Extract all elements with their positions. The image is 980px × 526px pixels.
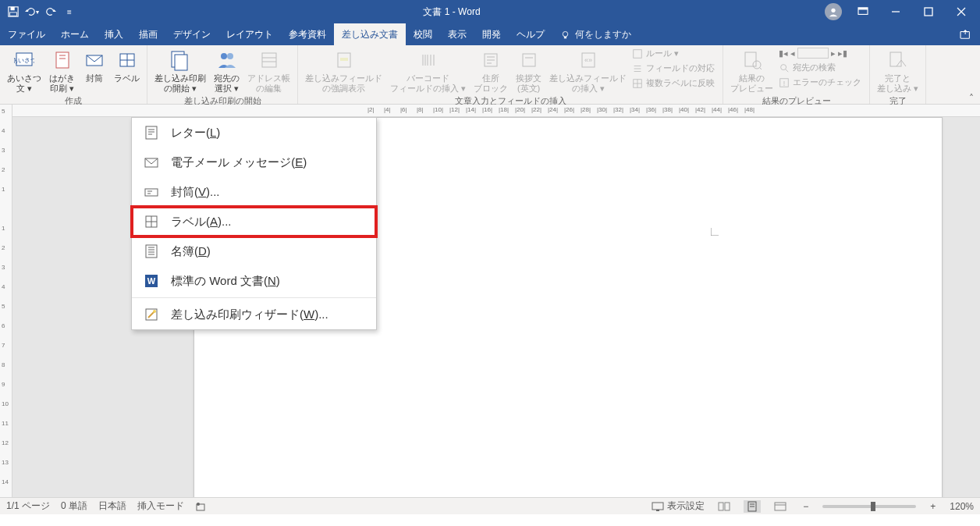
tab-help[interactable]: ヘルプ [509,23,552,45]
svg-rect-30 [340,58,348,61]
menu-item-email[interactable]: 電子メール メッセージ(E) [132,147,376,177]
display-settings-icon[interactable]: 表示設定 [652,499,705,513]
tab-review[interactable]: 校閲 [406,23,440,45]
zoom-level[interactable]: 120% [950,501,974,512]
macro-record-icon[interactable] [195,501,206,512]
menu-item-directory[interactable]: 名簿(D) [132,236,376,266]
preview-results-button: 結果のプレビュー [728,47,776,94]
account-button[interactable] [821,0,846,23]
tab-layout[interactable]: レイアウト [218,23,281,45]
status-language[interactable]: 日本語 [98,499,126,513]
hagaki-button[interactable]: はがき印刷 ▾ [47,47,77,94]
title-bar: ▾ ≡ 文書 1 - Word [0,0,980,23]
vertical-ruler: 543211234567891011121314 [0,105,12,497]
ribbon-display-options[interactable] [847,0,879,23]
svg-rect-44 [634,49,642,58]
zoom-in-button[interactable]: + [927,501,939,512]
svg-rect-2 [10,12,17,16]
barcode-field-button: バーコードフィールドの挿入 ▾ [388,47,468,94]
tab-insert[interactable]: 挿入 [97,23,131,45]
menu-item-label: レター(L) [171,126,220,140]
group-preview-results: 結果のプレビュー ▮◂◂▸▸▮ 宛先の検索 !エラーのチェック 結果のプレビュー [723,45,870,104]
tab-developer[interactable]: 開発 [474,23,509,45]
svg-text:!: ! [783,79,785,87]
menu-item-label: 差し込み印刷ウィザード(W)... [171,307,328,322]
zoom-out-button[interactable]: − [800,501,811,512]
svg-rect-82 [656,510,659,511]
svg-point-25 [227,53,233,59]
svg-rect-7 [925,8,932,16]
label-button[interactable]: ラベル [112,47,142,85]
svg-line-53 [759,67,762,69]
share-button[interactable] [960,29,972,40]
view-print-layout[interactable] [744,500,761,513]
labels-icon [143,213,160,230]
rules-button: ルール ▾ [632,47,718,60]
redo-button[interactable] [42,3,59,20]
undo-button[interactable]: ▾ [23,3,41,20]
start-mailmerge-menu: レター(L) 電子メール メッセージ(E) 封筒(V)... ラベル(A)...… [131,117,377,330]
lightbulb-icon [560,30,570,40]
address-block-button: 住所ブロック [471,47,510,94]
tab-references[interactable]: 参考資料 [281,23,334,45]
email-icon [143,154,160,171]
zoom-slider[interactable] [822,505,916,508]
tab-draw[interactable]: 描画 [131,23,165,45]
group-start-mailmerge: 差し込み印刷の開始 ▾ 宛先の選択 ▾ アドレス帳の編集 差し込み印刷の開始 [147,45,298,104]
find-recipient-button: 宛先の検索 [779,61,865,74]
insert-merge-field-button: «»差し込みフィールドの挿入 ▾ [547,47,629,94]
finish-merge-button: 完了と差し込み ▾ [875,47,921,94]
page-corner-mark [711,222,725,236]
menu-item-labels[interactable]: ラベル(A)... [132,207,376,236]
directory-icon [143,243,160,260]
menu-item-envelopes[interactable]: 封筒(V)... [132,177,376,207]
svg-rect-81 [652,503,663,510]
menu-item-label: 標準の Word 文書(N) [171,274,280,289]
tab-home[interactable]: ホーム [53,23,97,45]
tell-me-search[interactable]: 何をしますか [552,23,639,45]
svg-rect-40 [523,54,535,66]
qat-customize[interactable]: ≡ [61,3,78,20]
tab-file[interactable]: ファイル [0,23,53,45]
maximize-button[interactable] [913,0,944,23]
tab-mailings[interactable]: 差し込み文書 [334,23,406,45]
collapse-ribbon-button[interactable]: ˄ [963,45,980,104]
highlight-fields-button: 差し込みフィールドの強調表示 [303,47,385,94]
save-button[interactable] [5,3,22,20]
view-read-mode[interactable] [715,500,733,513]
envelope-button[interactable]: 封筒 [80,47,108,85]
select-recipients-button[interactable]: 宛先の選択 ▾ [211,47,242,94]
svg-point-3 [831,9,835,12]
record-nav: ▮◂◂▸▸▮ [779,47,865,59]
ribbon: あいさつあいさつ文 ▾ はがき印刷 ▾ 封筒 ラベル ラベル 作成 差し込み印刷… [0,45,980,105]
wizard-icon [143,306,160,323]
greeting-line-button: 挨拶文(英文) [513,47,544,94]
svg-rect-11 [564,36,566,37]
status-words[interactable]: 0 単語 [61,499,87,513]
envelope-icon [143,183,160,201]
start-mailmerge-button[interactable]: 差し込み印刷の開始 ▾ [152,47,208,94]
greeting-button[interactable]: あいさつあいさつ文 ▾ [5,47,44,94]
view-web-layout[interactable] [772,500,789,513]
tab-design[interactable]: デザイン [165,23,218,45]
menu-item-wizard[interactable]: 差し込み印刷ウィザード(W)... [132,300,376,329]
word-icon: W [143,272,160,290]
svg-rect-26 [262,53,276,67]
svg-point-80 [197,503,200,506]
status-mode[interactable]: 挿入モード [137,499,184,513]
status-page[interactable]: 1/1 ページ [6,499,50,513]
menu-item-letters[interactable]: レター(L) [132,118,376,147]
menu-item-label: 電子メール メッセージ(E) [171,155,307,170]
window-controls [821,0,980,23]
update-labels-button: 複数ラベルに反映 [632,76,718,90]
svg-rect-1 [11,7,15,10]
ribbon-tabs: ファイル ホーム 挿入 描画 デザイン レイアウト 参考資料 差し込み文書 校閲… [0,23,980,45]
tab-view[interactable]: 表示 [440,23,474,45]
menu-item-normal-word[interactable]: W 標準の Word 文書(N) [132,266,376,296]
document-area[interactable]: レター(L) 電子メール メッセージ(E) 封筒(V)... ラベル(A)...… [12,117,980,497]
close-button[interactable] [946,0,977,23]
svg-rect-23 [175,55,187,70]
minimize-button[interactable] [880,0,911,23]
svg-rect-51 [745,52,756,66]
menu-item-label: 名簿(D) [171,244,211,259]
